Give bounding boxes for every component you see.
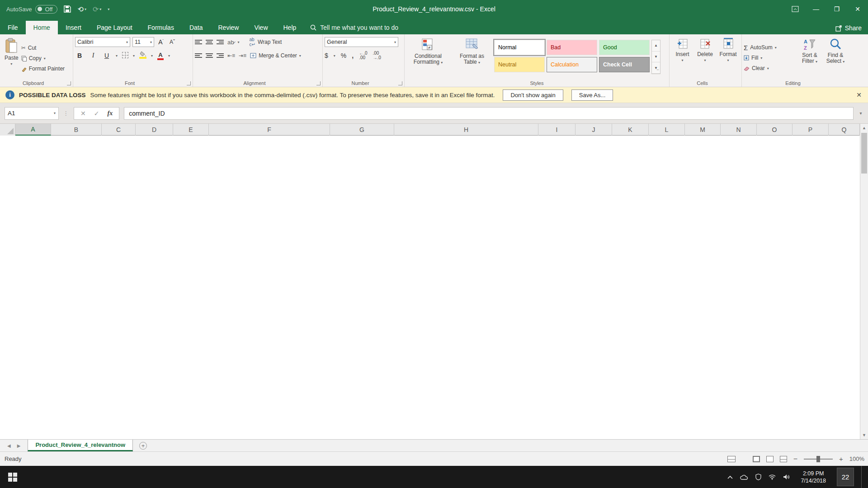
start-button[interactable] (0, 466, 25, 488)
namebox-splitter[interactable]: ⋮ (63, 110, 69, 117)
column-header-M[interactable]: M (685, 124, 721, 136)
bold-button[interactable]: B (75, 52, 84, 59)
autosave-toggle[interactable]: AutoSave Off (6, 5, 57, 14)
column-header-Q[interactable]: Q (829, 124, 860, 136)
zoom-level[interactable]: 100% (849, 455, 864, 462)
tell-me-box[interactable]: Tell me what you want to do (304, 21, 405, 34)
delete-cells-button[interactable]: Delete▾ (693, 36, 717, 78)
taskbar-clock[interactable]: 2:09 PM 7/14/2018 (797, 470, 830, 484)
name-box[interactable]: A1 ▾ (5, 107, 59, 120)
security-shield-icon[interactable] (755, 474, 761, 480)
column-header-G[interactable]: G (330, 124, 394, 136)
font-dialog-launcher[interactable] (187, 81, 191, 85)
gallery-more-button[interactable]: ▼̲ (652, 62, 660, 74)
formula-bar-input[interactable]: comment_ID (124, 107, 854, 120)
cell-style-bad[interactable]: Bad (547, 40, 597, 55)
merge-center-button[interactable]: Merge & Center▾ (250, 51, 301, 61)
borders-button[interactable] (122, 52, 128, 60)
column-header-D[interactable]: D (136, 124, 173, 136)
vertical-scroll-thumb[interactable] (861, 133, 867, 174)
number-format-select[interactable]: General▾ (325, 37, 398, 47)
insert-function-button[interactable]: fx (107, 110, 113, 117)
minimize-button[interactable]: — (806, 0, 826, 18)
fill-color-button[interactable] (139, 51, 146, 60)
new-sheet-button[interactable]: + (139, 442, 147, 450)
tab-data[interactable]: Data (182, 21, 211, 34)
center-button[interactable] (206, 52, 213, 59)
font-size-select[interactable]: 11▾ (132, 37, 154, 47)
autosum-button[interactable]: ΣAutoSum▾ (744, 43, 797, 52)
alignment-dialog-launcher[interactable] (316, 81, 321, 85)
column-header-I[interactable]: I (538, 124, 576, 136)
zoom-out-button[interactable]: − (793, 455, 797, 463)
insert-cells-button[interactable]: Insert▾ (671, 36, 693, 78)
cell-style-check-cell[interactable]: Check Cell (599, 57, 650, 72)
zoom-in-button[interactable]: + (839, 455, 843, 463)
ribbon-display-options-button[interactable] (785, 0, 806, 18)
clear-button[interactable]: Clear▾ (744, 64, 797, 73)
underline-button[interactable]: U (102, 52, 111, 59)
save-button[interactable] (64, 5, 71, 13)
wrap-text-button[interactable]: abc↵ Wrap Text (249, 38, 282, 47)
shrink-font-button[interactable]: Aˇ (168, 39, 177, 45)
fill-button[interactable]: Fill▾ (744, 53, 797, 63)
paste-button[interactable]: Paste ▾ (2, 36, 21, 78)
onedrive-cloud-icon[interactable] (740, 474, 748, 480)
comma-style-button[interactable]: , (352, 52, 354, 59)
format-cells-button[interactable]: Format▾ (717, 36, 740, 78)
column-header-N[interactable]: N (721, 124, 757, 136)
cancel-entry-icon[interactable]: ✕ (80, 110, 86, 117)
font-name-select[interactable]: Calibri▾ (75, 37, 130, 47)
italic-button[interactable]: I (89, 52, 98, 59)
format-as-table-button[interactable]: Format as Table ▾ (452, 36, 492, 78)
sort-filter-button[interactable]: AZ Sort & Filter ▾ (797, 36, 822, 78)
scroll-down-icon[interactable]: ▼ (860, 431, 868, 439)
column-header-K[interactable]: K (612, 124, 649, 136)
find-select-button[interactable]: Find & Select ▾ (822, 36, 849, 78)
bottom-align-button[interactable] (217, 39, 224, 45)
grow-font-button[interactable]: Aˆ (156, 38, 165, 46)
column-header-J[interactable]: J (576, 124, 612, 136)
tab-home[interactable]: Home (26, 21, 58, 34)
zoom-slider-thumb[interactable] (816, 456, 820, 462)
select-all-button[interactable] (0, 124, 15, 136)
conditional-formatting-button[interactable]: ≠ Conditional Formatting ▾ (406, 36, 450, 78)
column-header-B[interactable]: B (51, 124, 102, 136)
column-header-C[interactable]: C (102, 124, 136, 136)
page-layout-view-button[interactable] (766, 456, 774, 462)
confirm-entry-icon[interactable]: ✓ (94, 110, 99, 117)
gallery-up-button[interactable]: ▲ (652, 40, 660, 52)
top-align-button[interactable] (195, 39, 202, 45)
scroll-up-icon[interactable]: ▲ (860, 124, 868, 132)
page-break-view-button[interactable] (780, 456, 787, 462)
tab-page-layout[interactable]: Page Layout (89, 21, 140, 34)
redo-button[interactable]: ⟳▾ (93, 5, 101, 14)
column-header-L[interactable]: L (649, 124, 685, 136)
normal-view-button[interactable] (753, 456, 760, 462)
notification-badge[interactable]: 22 (837, 468, 854, 486)
decrease-decimal-button[interactable]: .00→.0 (373, 51, 381, 60)
orientation-button[interactable]: ab̷ (227, 39, 234, 46)
cell-style-calculation[interactable]: Calculation (547, 57, 597, 72)
show-desktop-button[interactable] (861, 466, 864, 488)
customize-qat-button[interactable]: ▾ (108, 7, 109, 11)
clipboard-dialog-launcher[interactable] (67, 81, 71, 85)
cut-button[interactable]: ✂Cut (21, 43, 65, 53)
column-header-E[interactable]: E (173, 124, 209, 136)
number-dialog-launcher[interactable] (398, 81, 402, 85)
restore-button[interactable]: ❐ (826, 0, 847, 18)
cell-style-good[interactable]: Good (599, 40, 650, 55)
sheet-tab-active[interactable]: Product_Review_4_relevantnow (28, 440, 133, 451)
copy-button[interactable]: Copy▾ (21, 54, 65, 63)
tab-insert[interactable]: Insert (58, 21, 89, 34)
undo-button[interactable]: ⟲▾ (77, 5, 86, 14)
volume-icon[interactable] (783, 474, 790, 480)
decrease-indent-button[interactable]: ⇤≡ (227, 52, 235, 59)
close-button[interactable]: ✕ (847, 0, 868, 18)
cell-style-normal[interactable]: Normal (494, 40, 545, 55)
align-left-button[interactable] (195, 52, 202, 59)
tab-formulas[interactable]: Formulas (140, 21, 182, 34)
percent-style-button[interactable]: % (341, 52, 346, 59)
tab-help[interactable]: Help (276, 21, 304, 34)
expand-formula-bar-icon[interactable]: ▾ (856, 111, 865, 116)
